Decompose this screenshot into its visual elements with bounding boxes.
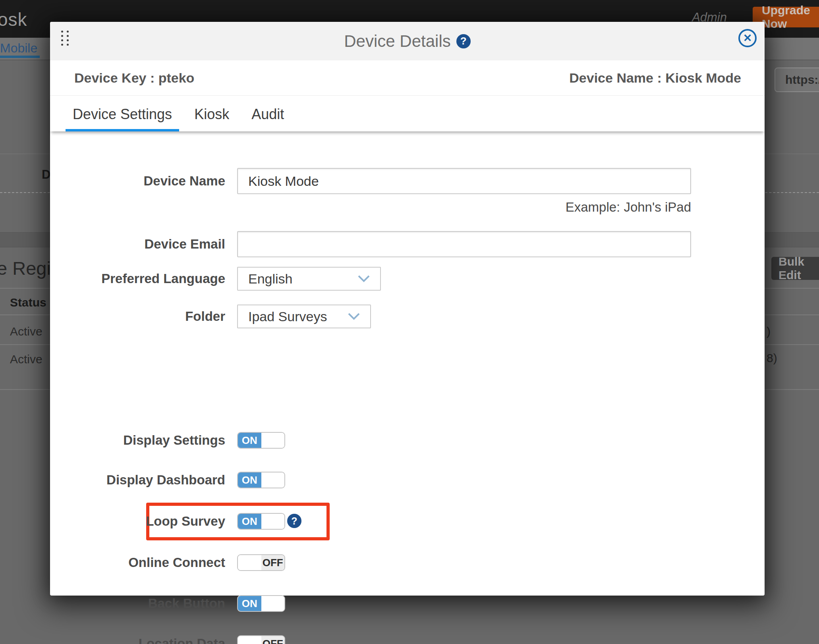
back-button-label: Back Button	[50, 595, 225, 612]
toggle-on-segment: ON	[238, 514, 261, 529]
app-logo-partial: osk	[0, 9, 27, 30]
loop-survey-help-icon[interactable]: ?	[287, 514, 301, 528]
table-row-status: Active	[10, 325, 42, 338]
modal-body: Device Name Example: John's iPad Device …	[50, 131, 765, 596]
close-icon[interactable]: ✕	[738, 29, 757, 47]
toggle-on-segment	[238, 636, 261, 644]
drag-handle-icon[interactable]	[61, 31, 69, 46]
device-name-label: Device Name	[50, 168, 225, 194]
toggle-off-segment	[261, 433, 285, 448]
modal-header: Device Details ? ✕	[50, 22, 765, 60]
toggle-off-segment	[261, 472, 285, 488]
status-column-header: Status	[10, 296, 46, 309]
tab-mobile-underline	[0, 56, 40, 58]
toggle-on-segment: ON	[238, 433, 261, 448]
device-name-helper: Example: John's iPad	[237, 200, 691, 215]
online-connect-toggle[interactable]: OFF	[237, 554, 285, 571]
preferred-language-select[interactable]: English	[237, 267, 381, 291]
display-dashboard-label: Display Dashboard	[50, 472, 225, 488]
folder-label: Folder	[50, 305, 225, 328]
device-name-text: Device Name : Kiosk Mode	[569, 70, 741, 86]
online-connect-label: Online Connect	[50, 554, 225, 571]
modal-tabs: Device Settings Kiosk Audit	[50, 96, 765, 131]
location-data-toggle[interactable]: OFF	[237, 635, 285, 644]
display-settings-toggle[interactable]: ON	[237, 432, 285, 449]
back-button-toggle[interactable]: ON	[237, 595, 285, 612]
device-email-label: Device Email	[50, 231, 225, 257]
toggle-off-segment: OFF	[261, 555, 285, 570]
device-details-modal: Device Details ? ✕ Device Key : pteko De…	[50, 22, 765, 596]
device-name-input[interactable]	[237, 168, 691, 194]
toggle-off-segment	[261, 596, 285, 611]
tab-kiosk[interactable]: Kiosk	[187, 106, 236, 131]
toggle-on-segment: ON	[238, 596, 261, 611]
toggle-on-segment: ON	[238, 472, 261, 488]
share-url-field[interactable]: https://(	[775, 67, 819, 92]
folder-value: Ipad Surveys	[248, 309, 327, 324]
location-data-label: Location Data	[50, 635, 225, 644]
modal-help-icon[interactable]: ?	[456, 34, 471, 48]
display-dashboard-toggle[interactable]: ON	[237, 472, 285, 488]
tab-audit[interactable]: Audit	[244, 106, 291, 131]
tab-device-settings[interactable]: Device Settings	[66, 106, 179, 131]
chevron-down-icon	[348, 313, 360, 320]
toggle-off-segment	[261, 514, 285, 529]
folder-select[interactable]: Ipad Surveys	[237, 305, 371, 328]
device-key-text: Device Key : pteko	[74, 70, 194, 86]
table-row-status: Active	[10, 353, 42, 366]
background-partial-label: D	[42, 168, 50, 182]
loop-survey-label: Loop Survey	[50, 513, 225, 530]
device-meta-row: Device Key : pteko Device Name : Kiosk M…	[50, 60, 765, 96]
table-row-fragment: )	[767, 325, 771, 338]
device-email-input[interactable]	[237, 231, 691, 257]
preferred-language-label: Preferred Language	[50, 267, 225, 291]
preferred-language-value: English	[248, 271, 293, 287]
toggle-off-segment: OFF	[261, 636, 285, 644]
table-row-fragment: 8)	[767, 351, 777, 365]
bulk-edit-button[interactable]: Bulk Edit	[771, 257, 819, 280]
chevron-down-icon	[358, 275, 370, 282]
modal-title: Device Details	[344, 32, 450, 51]
loop-survey-toggle[interactable]: ON	[237, 513, 285, 530]
tab-mobile[interactable]: Mobile	[0, 41, 37, 56]
display-settings-label: Display Settings	[50, 432, 225, 449]
toggle-on-segment	[238, 555, 261, 570]
